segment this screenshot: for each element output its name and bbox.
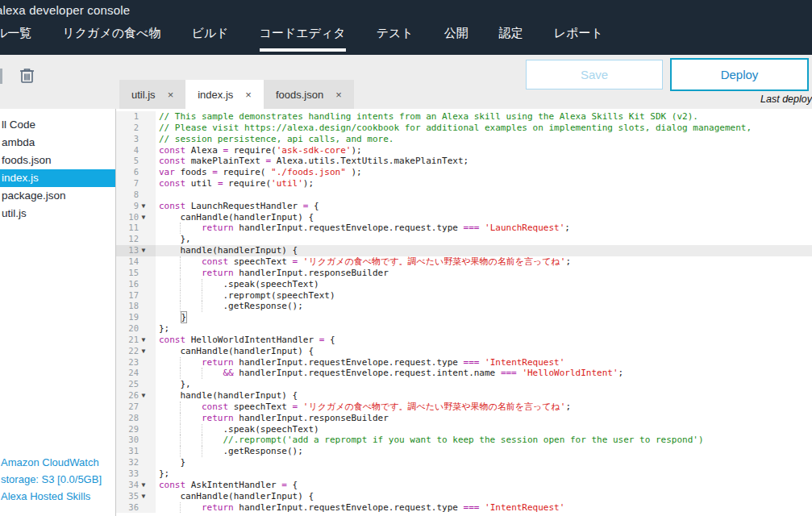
code-line-3[interactable]: 3// session persistence, api calls, and … <box>116 134 812 145</box>
line-gutter: 24 <box>116 368 156 379</box>
file-tree-item-util.js[interactable]: util.js <box>0 205 115 223</box>
file-tree-item-llCode[interactable]: ll Code <box>0 116 115 134</box>
line-gutter: 1 <box>116 111 156 123</box>
line-gutter: 5 <box>116 156 156 167</box>
fold-arrow-placeholder <box>139 111 148 123</box>
fold-arrow-placeholder <box>139 468 148 480</box>
fold-arrow-icon[interactable]: ▼ <box>139 346 148 357</box>
fold-arrow-icon[interactable]: ▼ <box>139 480 148 491</box>
code-text: return handlerInput.requestEnvelope.requ… <box>156 502 812 514</box>
code-line-19[interactable]: 19 } <box>116 312 812 323</box>
indent-guide <box>180 223 181 234</box>
code-line-32[interactable]: 32 } <box>116 457 812 468</box>
line-number: 30 <box>116 435 139 446</box>
line-number: 24 <box>116 368 139 379</box>
code-line-14[interactable]: 14 const speechText = 'リクガメの食べ物です。調べたい野菜… <box>116 256 812 268</box>
nav-tab-6[interactable]: 認定 <box>499 26 523 52</box>
code-line-10[interactable]: 10▼ canHandle(handlerInput) { <box>116 212 812 223</box>
code-line-12[interactable]: 12 }, <box>116 234 812 245</box>
fold-arrow-icon[interactable]: ▼ <box>139 491 148 502</box>
fold-arrow-icon[interactable]: ▼ <box>139 390 148 402</box>
code-line-20[interactable]: 20}; <box>116 323 812 335</box>
fold-arrow-icon[interactable]: ▼ <box>139 212 148 223</box>
code-line-25[interactable]: 25 }, <box>116 379 812 390</box>
code-line-6[interactable]: 6var foods = require( "./foods.json" ); <box>116 167 812 178</box>
file-tab-index.js[interactable]: index.js× <box>185 80 264 109</box>
code-line-9[interactable]: 9▼const LaunchRequestHandler = { <box>116 201 812 212</box>
code-line-26[interactable]: 26▼ handle(handlerInput) { <box>116 390 812 402</box>
code-line-17[interactable]: 17 .reprompt(speechText) <box>116 290 812 302</box>
file-tree-item-ambda[interactable]: ambda <box>0 134 115 152</box>
nav-tab-1[interactable]: リクガメの食べ物 <box>62 26 160 52</box>
code-line-36[interactable]: 36 return handlerInput.requestEnvelope.r… <box>116 502 812 514</box>
code-token: const <box>159 201 185 211</box>
code-line-34[interactable]: 34▼const AskIntentHandler = { <box>116 480 812 491</box>
code-token: === <box>464 357 480 368</box>
code-token: 'HelloWorldIntent' <box>522 368 618 378</box>
code-token: handlerInput.requestEnvelope.request.typ… <box>234 502 464 513</box>
code-line-2[interactable]: 2// Please visit https://alexa.design/co… <box>116 123 812 134</box>
footer-link-0[interactable]: Amazon CloudWatch <box>1 454 102 471</box>
code-token: const <box>159 156 185 166</box>
code-line-13[interactable]: 13▼ handle(handlerInput) { <box>116 245 812 256</box>
line-gutter: 25 <box>116 379 156 390</box>
code-line-27[interactable]: 27 const speechText = 'リクガメの食べ物です。調べたい野菜… <box>116 402 812 413</box>
line-number: 4 <box>116 145 139 156</box>
line-gutter: 13▼ <box>116 245 156 256</box>
code-line-30[interactable]: 30 //.reprompt('add a reprompt if you wa… <box>116 435 812 446</box>
file-tree-item-foods.json[interactable]: foods.json <box>0 152 115 169</box>
fold-arrow-placeholder <box>139 123 148 134</box>
code-token: = <box>212 167 218 177</box>
nav-tab-5[interactable]: 公開 <box>444 26 468 52</box>
file-tree-item-package.json[interactable]: package.json <box>0 187 115 205</box>
file-tab-util.js[interactable]: util.js× <box>119 80 185 109</box>
code-line-16[interactable]: 16 .speak(speechText) <box>116 279 812 290</box>
line-gutter: 33 <box>116 468 156 480</box>
nav-tab-4[interactable]: テスト <box>377 26 414 52</box>
code-line-8[interactable]: 8 <box>116 189 812 201</box>
nav-tab-0[interactable]: ル一覧 <box>0 26 31 52</box>
code-line-29[interactable]: 29 .speak(speechText) <box>116 424 812 435</box>
nav-tab-7[interactable]: レポート <box>554 26 603 52</box>
line-number: 11 <box>116 223 139 234</box>
footer-link-2[interactable]: Alexa Hosted Skills <box>1 488 102 505</box>
code-line-22[interactable]: 22▼ canHandle(handlerInput) { <box>116 346 812 357</box>
code-line-23[interactable]: 23 return handlerInput.requestEnvelope.r… <box>116 357 812 368</box>
close-icon[interactable]: × <box>245 89 252 101</box>
file-sidebar: ll Codeambdafoods.jsonindex.jspackage.js… <box>0 109 116 516</box>
code-line-5[interactable]: 5const makePlainText = Alexa.utils.TextU… <box>116 156 812 167</box>
file-tab-foods.json[interactable]: foods.json× <box>264 80 354 109</box>
code-editor[interactable]: 1// This sample demonstrates handling in… <box>116 109 812 516</box>
fold-arrow-icon[interactable]: ▼ <box>139 201 148 212</box>
save-button[interactable]: Save <box>526 60 663 89</box>
close-icon[interactable]: × <box>335 89 342 101</box>
code-line-33[interactable]: 33}; <box>116 468 812 480</box>
last-deploy-status: Last deploy <box>760 94 812 105</box>
file-tree-item-index.js[interactable]: index.js <box>0 169 115 187</box>
code-line-15[interactable]: 15 return handlerInput.responseBuilder <box>116 268 812 279</box>
code-line-11[interactable]: 11 return handlerInput.requestEnvelope.r… <box>116 223 812 234</box>
line-number: 32 <box>116 457 139 468</box>
line-number: 23 <box>116 357 139 368</box>
code-line-21[interactable]: 21▼const HelloWorldIntentHandler = { <box>116 335 812 346</box>
code-token: // Please visit https://alexa.design/coo… <box>159 123 752 133</box>
nav-tab-2[interactable]: ビルド <box>191 26 228 52</box>
code-line-31[interactable]: 31 .getResponse(); <box>116 446 812 457</box>
footer-link-1[interactable]: storage: S3 [0.0/5GB] <box>1 471 102 488</box>
deploy-button[interactable]: Deploy <box>670 58 809 91</box>
indent-guide <box>180 435 181 446</box>
code-token: ; <box>618 368 624 378</box>
fold-arrow-icon[interactable]: ▼ <box>139 335 148 346</box>
nav-tab-3[interactable]: コードエディタ <box>260 26 346 52</box>
close-icon[interactable]: × <box>168 89 174 101</box>
trash-icon[interactable] <box>19 67 35 85</box>
code-line-18[interactable]: 18 .getResponse(); <box>116 301 812 312</box>
fold-arrow-icon[interactable]: ▼ <box>139 245 148 256</box>
code-line-24[interactable]: 24 && handlerInput.requestEnvelope.reque… <box>116 368 812 379</box>
code-line-1[interactable]: 1// This sample demonstrates handling in… <box>116 111 812 123</box>
code-line-7[interactable]: 7const util = require('util'); <box>116 178 812 189</box>
code-line-28[interactable]: 28 return handlerInput.responseBuilder <box>116 413 812 424</box>
code-line-4[interactable]: 4const Alexa = require('ask-sdk-core'); <box>116 145 812 156</box>
code-token: canHandle(handlerInput) { <box>159 346 314 356</box>
code-line-35[interactable]: 35▼ canHandle(handlerInput) { <box>116 491 812 502</box>
